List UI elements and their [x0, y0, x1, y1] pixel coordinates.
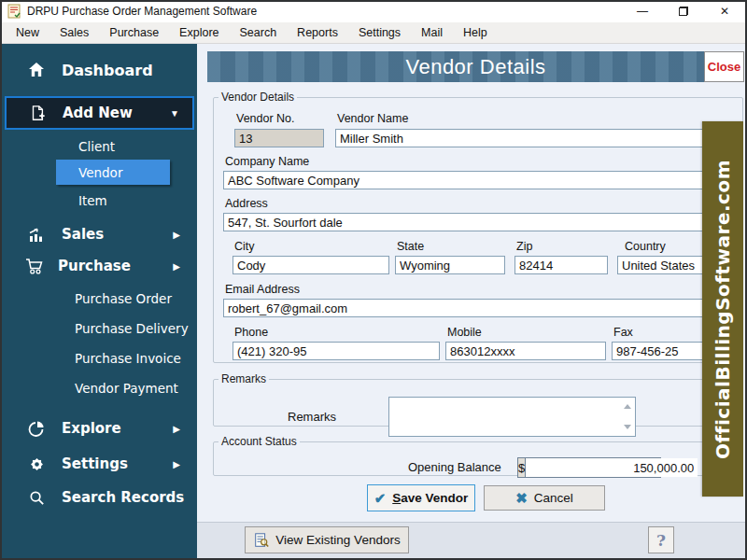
sidebar-item-client[interactable]: Client — [78, 139, 115, 154]
opening-balance-control: $ — [517, 457, 661, 478]
minimize-button[interactable]: — — [622, 0, 663, 22]
fax-label: Fax — [613, 326, 633, 339]
menu-item-new[interactable]: New — [6, 22, 49, 43]
scroll-down-icon[interactable] — [624, 425, 631, 429]
help-button[interactable]: ? — [648, 526, 674, 553]
address-label: Address — [225, 197, 268, 210]
sidebar-item-label: Add New — [63, 105, 133, 121]
sidebar-item-settings[interactable]: Settings ▶ — [0, 451, 197, 477]
help-icon: ? — [656, 531, 666, 550]
close-button[interactable]: Close — [704, 51, 744, 82]
account-status-group: Account Status Opening Balance $ — [213, 435, 743, 476]
vendor-no-field[interactable] — [234, 129, 324, 147]
sidebar-item-add-new[interactable]: Add New ▼ — [5, 96, 194, 130]
state-field[interactable] — [395, 256, 505, 274]
submenu-arrow-icon: ▶ — [173, 459, 180, 469]
chevron-down-icon: ▼ — [170, 108, 179, 119]
search-icon — [26, 488, 47, 507]
sidebar-item-label: Sales — [62, 226, 104, 243]
city-label: City — [234, 240, 255, 253]
menu-item-search[interactable]: Search — [230, 22, 288, 43]
currency-symbol: $ — [518, 458, 526, 477]
page-title: Vendor Details — [405, 55, 545, 79]
vendor-no-label: Vendor No. — [236, 112, 295, 125]
document-search-icon — [253, 532, 270, 549]
view-existing-vendors-button[interactable]: View Existing Vendors — [245, 526, 409, 553]
sidebar: Dashboard Add New ▼ Client Vendor Item — [0, 44, 197, 558]
menu-bar: New Sales Purchase Explore Search Report… — [0, 22, 747, 44]
zip-label: Zip — [516, 240, 532, 253]
email-field[interactable] — [223, 299, 737, 317]
remarks-textarea-wrap — [388, 397, 636, 437]
submenu-arrow-icon: ▶ — [173, 261, 180, 272]
minimize-icon: — — [637, 5, 648, 18]
zip-field[interactable] — [514, 256, 608, 274]
remarks-legend: Remarks — [218, 372, 269, 385]
account-status-legend: Account Status — [218, 435, 300, 448]
sidebar-item-explore[interactable]: Explore ▶ — [0, 415, 197, 441]
sidebar-item-purchase-order[interactable]: Purchase Order — [75, 291, 172, 306]
save-vendor-label: Save Vendor — [392, 491, 468, 505]
menu-item-sales[interactable]: Sales — [49, 22, 99, 43]
remarks-label: Remarks — [288, 410, 336, 424]
bottom-bar: View Existing Vendors ? — [197, 522, 745, 559]
country-label: Country — [625, 240, 666, 253]
phone-field[interactable] — [233, 342, 440, 360]
menu-item-mail[interactable]: Mail — [411, 22, 453, 43]
close-window-icon: ✕ — [720, 5, 729, 18]
mobile-field[interactable] — [445, 342, 606, 360]
sidebar-item-vendor-payment[interactable]: Vendor Payment — [75, 381, 178, 396]
menu-item-purchase[interactable]: Purchase — [99, 22, 169, 43]
submenu-arrow-icon: ▶ — [173, 424, 180, 434]
close-window-button[interactable]: ✕ — [704, 0, 745, 22]
cancel-label: Cancel — [534, 491, 573, 505]
cross-icon: ✖ — [515, 490, 528, 507]
sidebar-item-label: Search Records — [62, 489, 184, 506]
promo-banner-text: OfficialBillingSoftware.com — [712, 160, 734, 459]
scroll-up-icon[interactable] — [624, 404, 631, 409]
view-existing-vendors-label: View Existing Vendors — [275, 533, 400, 547]
restore-button[interactable] — [663, 0, 704, 22]
title-bar: DRPU Purchase Order Management Software … — [0, 0, 747, 23]
city-field[interactable] — [233, 256, 389, 274]
remarks-textarea[interactable] — [389, 398, 635, 436]
sidebar-item-label: Explore — [62, 420, 121, 437]
menu-item-settings[interactable]: Settings — [348, 22, 411, 43]
cancel-button[interactable]: ✖ Cancel — [484, 485, 605, 511]
file-plus-icon — [27, 104, 48, 122]
sidebar-item-label: Settings — [62, 455, 128, 472]
window-title: DRPU Purchase Order Management Software — [27, 5, 257, 18]
vendor-details-group: Vendor Details Vendor No. Vendor Name Co… — [213, 91, 743, 363]
sidebar-item-vendor-selected[interactable]: Vendor — [56, 160, 170, 185]
address-field[interactable] — [223, 213, 737, 231]
save-vendor-button[interactable]: ✔ Save Vendor — [367, 484, 475, 511]
gear-icon — [26, 455, 47, 473]
sidebar-item-search-records[interactable]: Search Records — [0, 484, 197, 511]
page-header: Vendor Details Close — [207, 51, 744, 82]
company-name-label: Company Name — [225, 155, 309, 168]
sidebar-item-purchase-delivery[interactable]: Purchase Delivery — [75, 321, 189, 336]
company-name-field[interactable] — [223, 171, 737, 189]
menu-item-help[interactable]: Help — [453, 22, 498, 43]
cart-icon — [24, 257, 45, 275]
opening-balance-field[interactable] — [526, 458, 698, 477]
sidebar-item-item[interactable]: Item — [78, 193, 107, 208]
submenu-arrow-icon: ▶ — [173, 230, 180, 240]
vendor-name-field[interactable] — [335, 129, 737, 147]
menu-item-explore[interactable]: Explore — [169, 22, 229, 43]
sidebar-item-purchase[interactable]: Purchase ▶ — [0, 252, 197, 280]
promo-banner: OfficialBillingSoftware.com — [702, 121, 743, 497]
menu-item-reports[interactable]: Reports — [287, 22, 348, 43]
sidebar-item-label: Vendor — [78, 165, 122, 180]
sidebar-item-sales[interactable]: Sales ▶ — [0, 221, 197, 247]
sidebar-item-label: Dashboard — [62, 62, 153, 79]
sidebar-item-dashboard[interactable]: Dashboard — [0, 56, 197, 84]
home-icon — [26, 61, 47, 79]
mobile-label: Mobile — [447, 326, 482, 339]
email-label: Email Address — [225, 283, 300, 296]
phone-label: Phone — [234, 326, 268, 339]
vendor-details-legend: Vendor Details — [218, 91, 297, 104]
vendor-name-label: Vendor Name — [337, 112, 408, 125]
sidebar-item-purchase-invoice[interactable]: Purchase Invoice — [75, 351, 181, 366]
check-icon: ✔ — [374, 490, 387, 507]
